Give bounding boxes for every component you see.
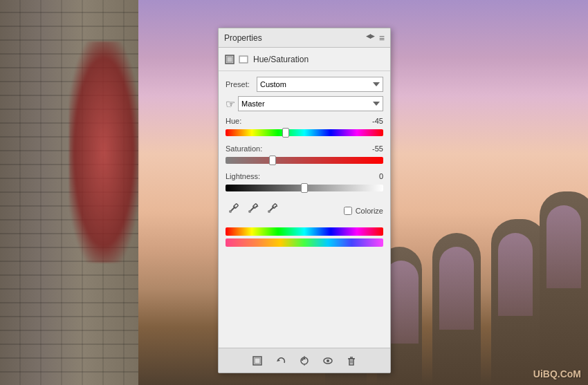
- saturation-track: [226, 157, 383, 164]
- eyedropper-subtract-button[interactable]: −: [264, 200, 281, 216]
- svg-text:−: −: [275, 203, 278, 209]
- preset-row: Preset: DefaultCustomStrong SaturationIn…: [226, 77, 383, 92]
- frame-button[interactable]: [249, 353, 266, 368]
- watermark-text: UiBQ.CoM: [533, 368, 581, 379]
- reset-button[interactable]: [296, 353, 313, 368]
- colorize-checkbox[interactable]: [344, 207, 352, 215]
- collapse-icon[interactable]: ◀▶: [366, 32, 374, 44]
- panel-header-icons: [224, 54, 249, 65]
- arch-3: [432, 233, 481, 385]
- lightness-thumb[interactable]: [301, 183, 308, 193]
- panel-footer: [219, 348, 390, 373]
- svg-point-8: [248, 210, 251, 213]
- svg-rect-22: [349, 359, 353, 365]
- panel-header-title: Hue/Saturation: [253, 55, 309, 64]
- eyedropper-add-button[interactable]: +: [245, 200, 261, 216]
- undo-button[interactable]: [273, 353, 289, 368]
- arch-4: [491, 219, 546, 385]
- saturation-value: -55: [362, 144, 383, 153]
- watermark: UiBQ.CoM: [533, 368, 581, 379]
- svg-text:+: +: [255, 203, 259, 209]
- gradient-bar-bottom: [226, 238, 383, 247]
- panel-title: Properties: [224, 33, 262, 43]
- colorize-label: Colorize: [356, 207, 383, 215]
- hue-track-container[interactable]: [226, 126, 383, 139]
- lightness-header: Lightness: 0: [226, 172, 383, 180]
- lightness-value: 0: [362, 172, 383, 180]
- eyedropper-row: + −: [226, 200, 281, 216]
- svg-point-12: [268, 210, 270, 213]
- saturation-thumb[interactable]: [269, 156, 276, 165]
- hue-section: Hue: -45: [226, 117, 383, 139]
- hue-header: Hue: -45: [226, 117, 383, 125]
- visibility-button[interactable]: [320, 353, 336, 368]
- svg-rect-16: [255, 358, 260, 364]
- saturation-header: Saturation: -55: [226, 144, 383, 153]
- saturation-track-container[interactable]: [226, 154, 383, 167]
- eyedropper-button[interactable]: [226, 200, 242, 216]
- saturation-section: Saturation: -55: [226, 144, 383, 167]
- panel-header: Hue/Saturation: [219, 48, 390, 71]
- saturation-label: Saturation:: [226, 144, 262, 153]
- rainbow-bar-top: [226, 227, 383, 236]
- channel-row: ☞ MasterRedsYellowsGreensCyansBluesMagen…: [226, 96, 383, 111]
- color-bars: [226, 227, 383, 247]
- layer-icon: [224, 54, 235, 65]
- tower-left: [0, 0, 138, 385]
- hue-track: [226, 129, 383, 136]
- svg-rect-6: [233, 203, 238, 208]
- delete-button[interactable]: [343, 353, 360, 368]
- adjustment-icon: [238, 54, 249, 65]
- svg-point-21: [327, 359, 329, 362]
- lightness-track: [226, 185, 383, 191]
- arch-5: [540, 191, 588, 385]
- panel-resize-icons: ◀▶ ≡: [366, 32, 385, 44]
- hue-thumb[interactable]: [282, 128, 289, 138]
- menu-icon[interactable]: ≡: [379, 32, 385, 44]
- preset-select[interactable]: DefaultCustomStrong SaturationIncrease S…: [257, 77, 383, 92]
- hue-label: Hue:: [226, 117, 241, 125]
- channel-select[interactable]: MasterRedsYellowsGreensCyansBluesMagenta…: [238, 96, 383, 111]
- channel-cursor-icon: ☞: [226, 97, 235, 111]
- colorize-section: Colorize: [344, 207, 383, 215]
- panel-titlebar: Properties ◀▶ ≡: [219, 28, 390, 48]
- panel-content: Preset: DefaultCustomStrong SaturationIn…: [219, 71, 390, 252]
- svg-point-5: [229, 210, 232, 213]
- lightness-label: Lightness:: [226, 172, 260, 180]
- hue-value: -45: [362, 117, 383, 125]
- svg-rect-1: [227, 57, 232, 62]
- lightness-track-container[interactable]: [226, 182, 383, 194]
- preset-label: Preset:: [226, 80, 257, 88]
- lightness-section: Lightness: 0: [226, 172, 383, 194]
- vines: [69, 41, 138, 263]
- svg-marker-17: [277, 359, 280, 361]
- svg-rect-3: [240, 57, 247, 62]
- properties-panel: Properties ◀▶ ≡ Hue/Saturation: [218, 28, 391, 373]
- tools-row: + − Colorize: [226, 200, 383, 222]
